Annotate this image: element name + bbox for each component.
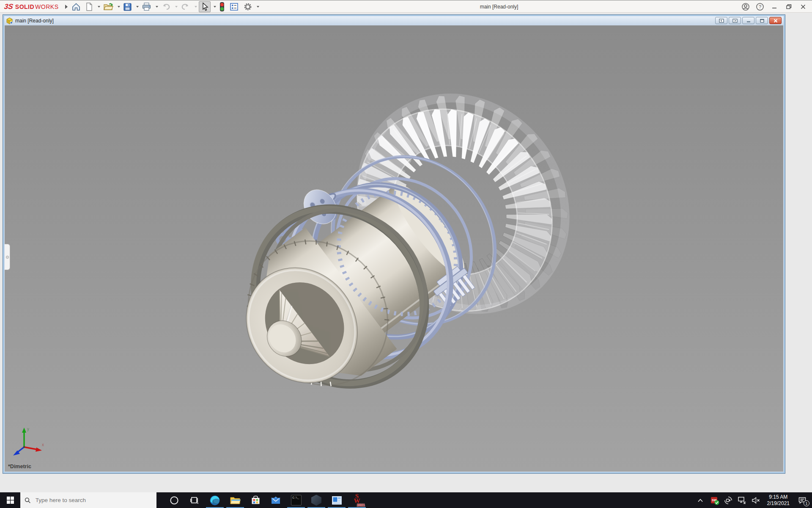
search-icon [25, 497, 31, 504]
mail-icon [270, 495, 281, 505]
document-titlebar[interactable]: main [Read-only] [4, 16, 784, 25]
new-document-button[interactable] [84, 1, 95, 12]
print-caret[interactable] [156, 6, 158, 8]
triad-y-label: y [27, 427, 29, 431]
doc-restore-icon [760, 19, 765, 23]
engine-model-canvas[interactable] [5, 25, 783, 472]
print-button[interactable] [140, 1, 153, 12]
edge-icon [209, 495, 220, 506]
check-icon [714, 500, 719, 505]
options-button[interactable] [242, 1, 254, 12]
redo-caret[interactable] [195, 6, 197, 8]
undo-button[interactable] [160, 1, 172, 12]
rebuild-button[interactable] [218, 1, 226, 12]
assembly-document-icon [6, 17, 13, 25]
volume-muted-icon [752, 497, 760, 504]
taskbar-edge[interactable] [205, 492, 225, 508]
new-document-caret[interactable] [98, 6, 100, 8]
file-properties-icon [229, 2, 239, 11]
taskbar-file-explorer[interactable] [225, 492, 245, 508]
tray-date: 2/19/2021 [767, 500, 790, 507]
restore-icon [785, 3, 792, 10]
notification-count-badge: 1 [804, 500, 809, 506]
orientation-triad[interactable]: y x [10, 425, 46, 461]
svg-text:?: ? [759, 4, 761, 9]
search-input[interactable] [35, 497, 152, 504]
tray-network[interactable] [738, 495, 747, 505]
store-icon [250, 495, 261, 505]
tray-volume-muted[interactable] [752, 495, 761, 505]
taskbar-task-view[interactable] [184, 492, 205, 508]
windows-logo-icon [7, 497, 14, 504]
3d-viewport[interactable]: y x *Dimetric [5, 25, 783, 472]
account-button[interactable] [739, 1, 752, 12]
print-icon [142, 2, 151, 11]
doc-minimize-icon [746, 19, 751, 23]
tray-action-center[interactable]: 1 [796, 495, 809, 506]
undo-caret[interactable] [175, 6, 178, 8]
redo-button[interactable] [179, 1, 192, 12]
home-button[interactable] [70, 1, 82, 12]
taskbar-store[interactable] [245, 492, 266, 508]
tray-clock[interactable]: 9:15 AM 2/19/2021 [767, 494, 790, 507]
windows-taskbar: C:\_ S W 2021 [0, 492, 812, 508]
open-button[interactable] [102, 1, 115, 12]
feature-panel-collapsed-tab[interactable] [5, 244, 10, 270]
file-properties-button[interactable] [228, 1, 240, 12]
minimize-button[interactable] [768, 1, 781, 12]
doc-minimize-button[interactable] [742, 17, 754, 24]
save-button[interactable] [122, 1, 133, 12]
doc-restore-button[interactable] [756, 17, 768, 24]
start-button[interactable] [0, 492, 20, 508]
select-cursor-icon [200, 2, 209, 11]
taskbar-solidworks[interactable]: S W 2021 [347, 492, 367, 508]
save-caret[interactable] [136, 6, 139, 8]
tray-solidworks-monitor[interactable]: SW [710, 495, 719, 505]
solidworks-monitor-icon: SW [711, 497, 717, 503]
taskbar-media-app[interactable] [326, 492, 347, 508]
app-workarea: main [Read-only] [0, 13, 812, 492]
taskbar-hexagon-app[interactable] [306, 492, 326, 508]
taskbar-search[interactable] [20, 492, 156, 508]
select-tool-button[interactable] [199, 1, 211, 12]
options-caret[interactable] [257, 6, 259, 8]
task-view-icon [190, 496, 199, 505]
redo-icon [181, 3, 190, 11]
network-icon [738, 496, 746, 504]
app-titlebar: 3S SOLID WORKS [0, 0, 812, 13]
taskbar-mail[interactable] [266, 492, 286, 508]
open-caret[interactable] [118, 6, 120, 8]
cortana-icon [170, 496, 179, 505]
account-icon [741, 3, 750, 11]
tray-meet-now[interactable] [724, 495, 733, 505]
terminal-icon: C:\_ [291, 495, 302, 505]
dock-left-icon [719, 19, 724, 23]
triad-x-label: x [42, 442, 44, 447]
gear-icon [243, 2, 252, 11]
document-window: main [Read-only] [3, 14, 785, 474]
solidworks-year-badge: 2021 [357, 503, 365, 508]
save-icon [123, 3, 132, 11]
new-document-icon [85, 2, 93, 11]
doc-close-button[interactable] [769, 17, 782, 24]
close-icon [800, 3, 807, 10]
taskbar-cortana[interactable] [164, 492, 184, 508]
dock-right-icon [732, 19, 738, 23]
help-icon: ? [756, 3, 764, 11]
close-button[interactable] [797, 1, 809, 12]
toolbar-expand-arrow[interactable] [65, 5, 68, 9]
taskbar-terminal[interactable]: C:\_ [286, 492, 306, 508]
rebuild-traffic-light-icon [219, 2, 225, 12]
help-button[interactable]: ? [754, 1, 766, 12]
doc-dock-left-button[interactable] [715, 17, 727, 24]
solidworks-logo: 3S SOLID WORKS [4, 0, 68, 13]
panel-handle-dot [6, 256, 9, 259]
restore-button[interactable] [782, 1, 795, 12]
doc-close-icon [773, 19, 778, 23]
home-icon [71, 2, 81, 11]
document-title: main [Read-only] [15, 18, 54, 24]
logo-mark: 3S [4, 3, 14, 11]
doc-dock-right-button[interactable] [729, 17, 741, 24]
tray-chevron-up[interactable] [696, 495, 705, 505]
select-tool-caret[interactable] [214, 6, 216, 8]
